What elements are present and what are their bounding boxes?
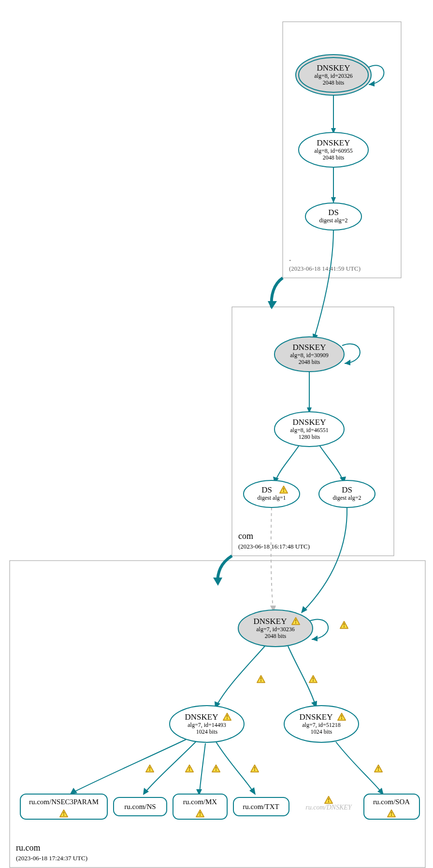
node-ru-zsk-b[interactable]: DNSKEY alg=7, id=51218 1024 bits <box>284 706 359 742</box>
svg-text:(2023-06-18 14:41:59 UTC): (2023-06-18 14:41:59 UTC) <box>289 265 361 272</box>
warning-icon: ! <box>309 676 317 683</box>
svg-text:digest alg=1: digest alg=1 <box>257 494 286 501</box>
node-title: DNSKEY <box>317 63 350 72</box>
node-rr-txt[interactable]: ru.com/TXT <box>233 797 289 816</box>
node-ru-zsk-a[interactable]: DNSKEY alg=7, id=14493 1024 bits <box>170 706 244 742</box>
dnssec-graph: DNSKEY alg=8, id=20326 2048 bits DNSKEY … <box>0 0 433 868</box>
svg-text:DS: DS <box>261 485 272 494</box>
svg-text:alg=8, id=46551: alg=8, id=46551 <box>290 427 329 434</box>
svg-text:ru.com/TXT: ru.com/TXT <box>243 803 279 810</box>
warning-icon: ! <box>325 796 332 804</box>
svg-text:1280 bits: 1280 bits <box>299 434 320 440</box>
svg-text:digest alg=2: digest alg=2 <box>319 217 347 224</box>
zone-rucom-label: ru.com (2023-06-18 17:24:37 UTC) <box>16 843 87 862</box>
svg-text:!: ! <box>390 810 392 817</box>
svg-text:DNSKEY: DNSKEY <box>300 712 333 722</box>
svg-text:DNSKEY: DNSKEY <box>317 138 350 147</box>
svg-text:.: . <box>289 253 291 263</box>
svg-marker-18 <box>249 787 256 795</box>
svg-text:DNSKEY: DNSKEY <box>254 617 287 626</box>
svg-text:(2023-06-18 17:24:37 UTC): (2023-06-18 17:24:37 UTC) <box>16 854 87 862</box>
node-root-zsk[interactable]: DNSKEY alg=8, id=60955 2048 bits <box>299 132 368 167</box>
node-root-ksk[interactable]: DNSKEY alg=8, id=20326 2048 bits <box>296 55 371 95</box>
svg-text:!: ! <box>254 766 256 772</box>
svg-text:2048 bits: 2048 bits <box>265 633 287 639</box>
svg-text:ru.com/NSEC3PARAM: ru.com/NSEC3PARAM <box>29 798 99 806</box>
node-com-ds2[interactable]: DS digest alg=2 <box>319 480 375 507</box>
svg-text:DNSKEY: DNSKEY <box>185 712 218 722</box>
node-com-zsk[interactable]: DNSKEY alg=8, id=46551 1280 bits <box>274 412 344 447</box>
warning-icon: ! <box>186 765 193 772</box>
svg-text:ru.com/NS: ru.com/NS <box>124 803 156 810</box>
svg-text:!: ! <box>199 810 201 817</box>
warning-icon: ! <box>146 765 154 772</box>
node-rr-ns[interactable]: ru.com/NS <box>114 797 167 816</box>
edge-ds1-to-ruksk <box>271 507 273 609</box>
svg-text:!: ! <box>260 676 262 683</box>
svg-text:!: ! <box>215 766 217 772</box>
svg-text:alg=8, id=30909: alg=8, id=30909 <box>290 352 329 359</box>
svg-marker-9 <box>213 578 222 586</box>
zone-com-label: com (2023-06-18 16:17:48 UTC) <box>238 531 310 550</box>
edge-com-ksk-self <box>342 344 360 363</box>
node-com-ksk[interactable]: DNSKEY alg=8, id=30909 2048 bits <box>274 337 344 372</box>
svg-text:alg=7, id=14493: alg=7, id=14493 <box>188 722 226 728</box>
node-root-ds[interactable]: DS digest alg=2 <box>305 203 361 230</box>
svg-text:DNSKEY: DNSKEY <box>293 418 326 427</box>
warning-icon: ! <box>340 622 348 629</box>
node-rr-dnskey: ru.com/DNSKEY <box>305 804 353 811</box>
warning-icon: ! <box>251 765 259 772</box>
svg-text:ru.com/SOA: ru.com/SOA <box>373 798 410 806</box>
svg-text:com: com <box>238 531 253 541</box>
svg-text:DS: DS <box>342 485 352 494</box>
svg-text:!: ! <box>328 797 330 804</box>
svg-marker-12 <box>312 636 318 641</box>
node-ru-ksk[interactable]: DNSKEY alg=7, id=30236 2048 bits <box>238 610 313 647</box>
svg-text:alg=8, id=20326: alg=8, id=20326 <box>314 72 353 79</box>
svg-text:!: ! <box>283 487 285 493</box>
svg-text:!: ! <box>226 714 228 721</box>
svg-text:!: ! <box>341 714 343 721</box>
svg-text:2048 bits: 2048 bits <box>323 154 345 161</box>
svg-marker-2 <box>331 197 336 203</box>
svg-text:ru.com/MX: ru.com/MX <box>183 798 217 806</box>
svg-text:DNSKEY: DNSKEY <box>293 343 326 352</box>
svg-text:alg=8, id=60955: alg=8, id=60955 <box>314 147 353 154</box>
svg-text:1024 bits: 1024 bits <box>196 728 218 735</box>
svg-text:!: ! <box>295 618 297 625</box>
svg-text:alg=7, id=30236: alg=7, id=30236 <box>256 626 295 633</box>
svg-text:(2023-06-18 16:17:48 UTC): (2023-06-18 16:17:48 UTC) <box>238 543 310 550</box>
svg-text:!: ! <box>312 676 314 683</box>
warning-icon: ! <box>375 765 382 772</box>
svg-text:2048 bits: 2048 bits <box>299 359 320 365</box>
zone-root-label: . (2023-06-18 14:41:59 UTC) <box>289 253 361 272</box>
svg-text:DS: DS <box>328 208 339 217</box>
svg-marker-5 <box>345 360 350 365</box>
warning-icon: ! <box>257 676 265 683</box>
svg-text:digest alg=2: digest alg=2 <box>332 494 361 501</box>
svg-text:!: ! <box>377 766 379 772</box>
svg-text:ru.com: ru.com <box>16 843 40 853</box>
svg-text:!: ! <box>343 622 345 629</box>
warning-icon: ! <box>212 765 220 772</box>
svg-text:!: ! <box>149 766 151 772</box>
node-com-ds1[interactable]: DS digest alg=1 <box>244 480 300 507</box>
svg-text:2048 bits: 2048 bits <box>323 79 345 86</box>
svg-text:!: ! <box>63 810 65 817</box>
svg-text:!: ! <box>188 766 190 772</box>
svg-text:1024 bits: 1024 bits <box>311 728 332 735</box>
svg-marker-3 <box>268 301 277 309</box>
svg-text:alg=7, id=51218: alg=7, id=51218 <box>302 722 341 728</box>
